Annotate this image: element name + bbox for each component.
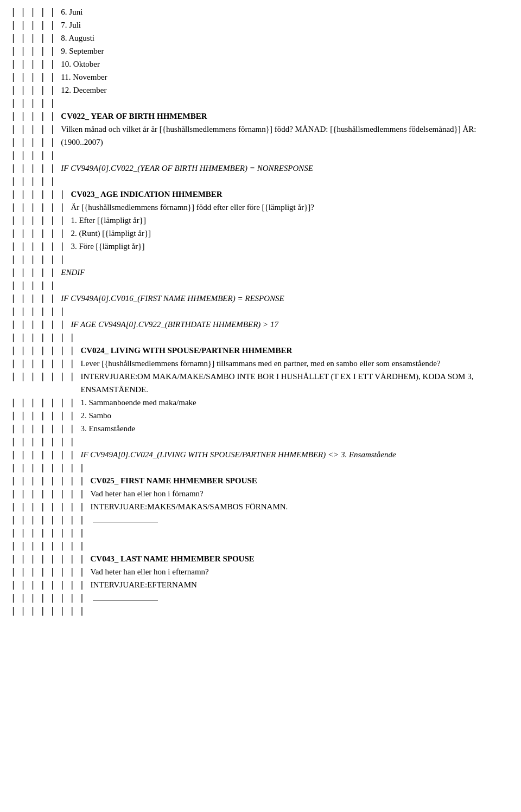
pipes-34: | | | | | | | | [11, 461, 90, 474]
pipes-30: | | | | | | | [11, 409, 79, 422]
line-17: | | | | | | 2. (Runt) [{lämpligt år}] [11, 227, 510, 240]
text-14: CV023_ AGE INDICATION HHMEMBER [71, 188, 222, 201]
text-33: IF CV949A[0].CV024_(LIVING WITH SPOUSE/P… [80, 448, 396, 461]
line-26: | | | | | | | CV024_ LIVING WITH SPOUSE/… [11, 344, 510, 357]
pipes-42: | | | | | | | | [11, 565, 90, 578]
line-39: | | | | | | | | [11, 526, 510, 539]
pipes-10: | | | | | [11, 136, 60, 149]
line-25: | | | | | | | [11, 331, 510, 344]
pipes-39: | | | | | | | | [11, 526, 90, 539]
text-24: IF AGE CV949A[0].CV922_(BIRTHDATE HHMEMB… [71, 318, 278, 331]
line-43: | | | | | | | | INTERVJUARE:EFTERNAMN [11, 578, 510, 591]
text-43: INTERVJUARE:EFTERNAMN [91, 578, 197, 591]
line-20: | | | | | ENDIF [11, 266, 510, 279]
line-30: | | | | | | | 2. Sambo [11, 409, 510, 422]
line-19: | | | | | | [11, 253, 510, 266]
pipes-7: | | | | | [11, 97, 60, 110]
line-41: | | | | | | | | CV043_ LAST NAME HHMEMBE… [11, 552, 510, 565]
text-17: 2. (Runt) [{lämpligt år}] [71, 227, 151, 240]
line-16: | | | | | | 1. Efter [{lämpligt år}] [11, 214, 510, 227]
line-5: | | | | | 11. November [11, 71, 510, 84]
pipes-19: | | | | | | [11, 253, 69, 266]
text-37: INTERVJUARE:MAKES/MAKAS/SAMBOS FÖRNAMN. [91, 500, 288, 513]
pipes-32: | | | | | | | [11, 435, 79, 448]
pipes-35: | | | | | | | | [11, 474, 90, 487]
line-34: | | | | | | | | [11, 461, 510, 474]
pipes-14: | | | | | | [11, 188, 69, 201]
line-22: | | | | | IF CV949A[0].CV016_(FIRST NAME… [11, 292, 510, 305]
text-42: Vad heter han eller hon i efternamn? [91, 565, 209, 578]
pipes-15: | | | | | | [11, 201, 69, 214]
line-2: | | | | | 8. Augusti [11, 31, 510, 44]
line-37: | | | | | | | | INTERVJUARE:MAKES/MAKAS/… [11, 500, 510, 513]
pipes-28: | | | | | | | [11, 370, 79, 383]
pipes-18: | | | | | | [11, 240, 69, 253]
pipes-40: | | | | | | | | [11, 539, 90, 552]
line-15: | | | | | | Är [{hushållsmedlemmens förn… [11, 201, 510, 214]
line-1: | | | | | 7. Juli [11, 18, 510, 31]
text-16: 1. Efter [{lämpligt år}] [71, 214, 146, 227]
pipes-25: | | | | | | | [11, 331, 79, 344]
pipes-8: | | | | | [11, 110, 60, 123]
text-22: IF CV949A[0].CV016_(FIRST NAME HHMEMBER)… [61, 292, 284, 305]
line-4: | | | | | 10. Oktober [11, 57, 510, 71]
line-33: | | | | | | | IF CV949A[0].CV024_(LIVING… [11, 448, 510, 461]
line-6: | | | | | 12. December [11, 84, 510, 97]
line-10: | | | | | (1900..2007) [11, 136, 510, 149]
pipes-24: | | | | | | [11, 318, 69, 331]
pipes-41: | | | | | | | | [11, 552, 90, 565]
pipes-22: | | | | | [11, 292, 60, 305]
text-27: Lever [{hushållsmedlemmens förnamn}] til… [80, 357, 440, 370]
pipes-2: | | | | | [11, 31, 60, 44]
pipes-1: | | | | | [11, 18, 60, 31]
text-12: IF CV949A[0].CV022_(YEAR OF BIRTH HHMEMB… [61, 162, 313, 175]
pipes-37: | | | | | | | | [11, 500, 90, 513]
text-35: CV025_ FIRST NAME HHMEMBER SPOUSE [91, 474, 257, 487]
underline-field-38 [93, 522, 158, 522]
line-7: | | | | | [11, 97, 510, 110]
line-36: | | | | | | | | Vad heter han eller hon … [11, 487, 510, 500]
pipes-45: | | | | | | | | [11, 604, 90, 617]
pipes-38: | | | | | | | | [11, 513, 90, 526]
text-20: ENDIF [61, 266, 85, 279]
pipes-17: | | | | | | [11, 227, 69, 240]
text-15: Är [{hushållsmedlemmens förnamn}] född e… [71, 201, 314, 214]
line-8: | | | | | CV022_ YEAR OF BIRTH HHMEMBER [11, 110, 510, 123]
text-10: (1900..2007) [61, 136, 103, 149]
text-2: 8. Augusti [61, 31, 94, 44]
text-0: 6. Juni [61, 5, 82, 18]
pipes-27: | | | | | | | [11, 357, 79, 370]
text-30: 2. Sambo [80, 409, 111, 422]
text-31: 3. Ensamstående [80, 422, 135, 435]
line-27: | | | | | | | Lever [{hushållsmedlemmens… [11, 357, 510, 370]
text-1: 7. Juli [61, 18, 81, 31]
text-36: Vad heter han eller hon i förnamn? [91, 487, 204, 500]
line-3: | | | | | 9. September [11, 44, 510, 57]
line-29: | | | | | | | 1. Sammanboende med maka/m… [11, 396, 510, 409]
pipes-44: | | | | | | | | [11, 591, 90, 604]
pipes-31: | | | | | | | [11, 422, 79, 435]
line-35: | | | | | | | | CV025_ FIRST NAME HHMEMB… [11, 474, 510, 487]
line-14: | | | | | | CV023_ AGE INDICATION HHMEMB… [11, 188, 510, 201]
line-9: | | | | | Vilken månad och vilket år är … [11, 123, 510, 136]
pipes-29: | | | | | | | [11, 396, 79, 409]
text-29: 1. Sammanboende med maka/make [80, 396, 196, 409]
text-6: 12. December [61, 84, 106, 97]
line-24: | | | | | | IF AGE CV949A[0].CV922_(BIRT… [11, 318, 510, 331]
pipes-11: | | | | | [11, 149, 60, 162]
underline-field-44 [93, 600, 158, 600]
pipes-23: | | | | | | [11, 305, 69, 318]
pipes-6: | | | | | [11, 84, 60, 97]
pipes-36: | | | | | | | | [11, 487, 90, 500]
text-18: 3. Före [{lämpligt år}] [71, 240, 144, 253]
line-21: | | | | | [11, 279, 510, 292]
line-11: | | | | | [11, 149, 510, 162]
pipes-0: | | | | | [11, 5, 60, 18]
text-9: Vilken månad och vilket år är [{hushålls… [61, 123, 476, 136]
line-31: | | | | | | | 3. Ensamstående [11, 422, 510, 435]
text-8: CV022_ YEAR OF BIRTH HHMEMBER [61, 110, 207, 123]
line-40: | | | | | | | | [11, 539, 510, 552]
line-32: | | | | | | | [11, 435, 510, 448]
pipes-13: | | | | | [11, 175, 60, 188]
line-12: | | | | | IF CV949A[0].CV022_(YEAR OF BI… [11, 162, 510, 175]
